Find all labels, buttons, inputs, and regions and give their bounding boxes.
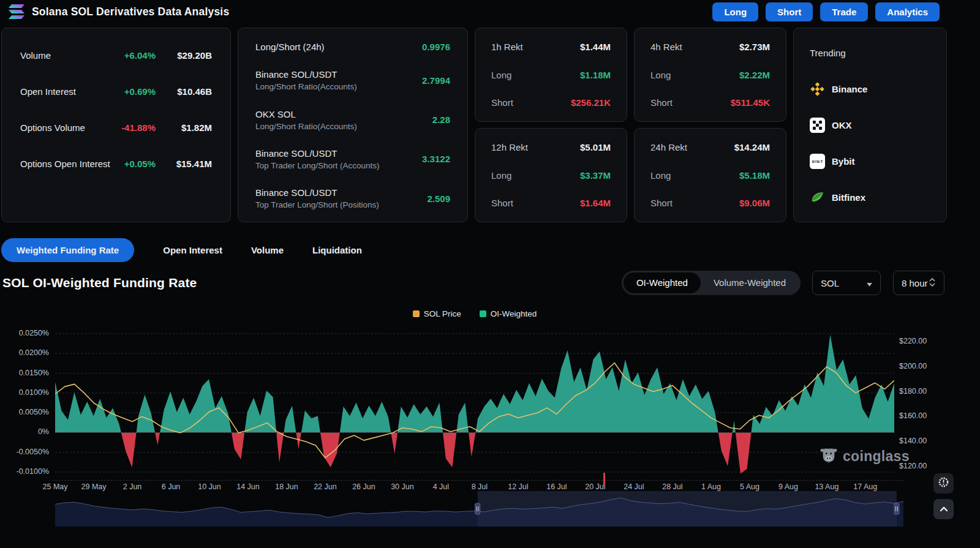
funding-rate-chart: 0.0250%0.0200%0.0150%0.0100%0.0050%0%-0.… [0, 325, 980, 495]
rekt-card-24h: 24h Rekt$14.24M Long$5.18M Short$9.06M [634, 128, 786, 222]
symbol-select[interactable]: SOL [812, 271, 881, 295]
rekt-card-4h: 4h Rekt$2.73M Long$2.22M Short$511.45K [634, 28, 786, 122]
rekt-card-12h: 12h Rekt$5.01M Long$3.37M Short$1.64M [475, 128, 627, 222]
rekt-long-value: $2.22M [739, 70, 770, 80]
ratio-title: Binance SOL/USDT [255, 148, 422, 159]
rekt-short-value: $1.64M [580, 198, 611, 208]
x-tick-label: 18 Jun [268, 482, 306, 491]
tab-volume[interactable]: Volume [251, 245, 284, 255]
y-tick-label: 0.0150% [0, 369, 49, 377]
long-button[interactable]: Long [712, 2, 758, 21]
rekt-total: $5.01M [580, 142, 611, 152]
x-axis-line [52, 480, 903, 481]
rekt-short-value: $256.21K [571, 97, 611, 108]
rekt-long-value: $5.18M [739, 170, 770, 181]
rekt-period: 24h Rekt [650, 142, 734, 152]
trending-item-binance[interactable]: Binance [810, 81, 930, 97]
trade-button[interactable]: Trade [820, 2, 868, 21]
navigator-handle[interactable] [894, 503, 899, 514]
ratio-value: 0.9976 [422, 42, 450, 52]
rekt-short-value: $511.45K [731, 97, 770, 108]
ratio-title: Long/Short (24h) [255, 42, 422, 52]
liquidation-rekt-grid: 1h Rekt$1.44M Long$1.18M Short$256.21K 4… [475, 28, 786, 222]
x-tick-label: 14 Jun [229, 482, 267, 491]
symbol-select-value: SOL [821, 278, 839, 288]
legend-oi-weighted[interactable]: OI-Weighted [480, 309, 537, 318]
ratio-title: Binance SOL/USDT [255, 69, 422, 80]
x-tick-label: 12 Jul [499, 482, 537, 491]
stat-change: +6.04% [111, 50, 156, 61]
interval-select[interactable]: 8 hour [893, 271, 944, 295]
ratio-subtitle: Long/Short Ratio(Accounts) [255, 122, 432, 131]
trending-item-bybit[interactable]: BYBIT Bybit [810, 153, 930, 169]
settings-button[interactable] [933, 473, 954, 494]
long-short-ratio-card: Long/Short (24h) 0.9976 Binance SOL/USDT… [238, 28, 468, 222]
y-axis-left: 0.0250%0.0200%0.0150%0.0100%0.0050%0%-0.… [0, 328, 49, 475]
legend-sol-price[interactable]: SOL Price [413, 309, 461, 318]
summary-cards: Volume +6.04% $29.20B Open Interest +0.6… [1, 28, 947, 222]
x-tick-label: 22 Jun [306, 482, 344, 491]
stat-label: Open Interest [20, 86, 111, 97]
stat-row: Options Open Interest +0.05% $15.41M [20, 155, 212, 172]
chart-title: SOL OI-Weighted Funding Rate [2, 276, 197, 290]
short-button[interactable]: Short [766, 2, 813, 21]
svg-text:BYBIT: BYBIT [812, 160, 823, 163]
rekt-period: 1h Rekt [491, 42, 580, 52]
x-tick-label: 13 Aug [808, 482, 846, 491]
x-tick-label: 26 Jun [345, 482, 383, 491]
trending-item-okx[interactable]: OKX [810, 117, 930, 133]
toggle-oi-weighted[interactable]: OI-Weighted [624, 272, 701, 293]
tab-open-interest[interactable]: Open Interest [163, 245, 222, 255]
ratio-title: OKX SOL [255, 109, 432, 119]
trending-item-bitfinex[interactable]: Bitfinex [810, 189, 930, 205]
volume-stats-card: Volume +6.04% $29.20B Open Interest +0.6… [1, 28, 231, 222]
trending-title: Trending [810, 48, 930, 60]
rekt-long-label: Long [650, 170, 739, 181]
rekt-long-value: $1.18M [580, 70, 611, 80]
legend-label: OI-Weighted [491, 309, 537, 318]
rekt-total: $2.73M [739, 42, 770, 52]
y-tick-label: 0.0200% [0, 348, 49, 357]
rekt-total: $14.24M [734, 142, 770, 152]
toggle-volume-weighted[interactable]: Volume-Weighted [701, 272, 799, 293]
x-tick-label: 10 Jun [190, 482, 228, 491]
chart-legend: SOL Price OI-Weighted [55, 309, 894, 318]
ratio-row: Binance SOL/USDT Top Trader Long/Short (… [255, 148, 450, 170]
rekt-long-label: Long [491, 170, 580, 181]
ratio-subtitle: Long/Short Ratio(Accounts) [255, 82, 422, 91]
stat-label: Options Open Interest [20, 159, 111, 169]
coinglass-logo-icon [820, 446, 838, 467]
rekt-short-label: Short [491, 97, 571, 108]
ratio-value: 2.509 [427, 193, 450, 204]
scroll-to-top-button[interactable] [933, 499, 954, 519]
coinglass-watermark: coinglass [820, 446, 910, 467]
stat-value: $29.20B [156, 50, 212, 61]
rekt-total: $1.44M [580, 42, 611, 52]
watermark-text: coinglass [843, 448, 910, 465]
navigator-handle[interactable] [475, 503, 480, 514]
okx-icon [810, 118, 825, 133]
y-tick-label: $200.00 [899, 362, 927, 370]
gear-alert-icon [938, 476, 949, 490]
chart-range-navigator[interactable] [55, 491, 903, 527]
y-tick-label: $180.00 [899, 387, 927, 396]
stat-label: Options Volume [20, 122, 111, 133]
x-tick-label: 16 Jul [538, 482, 576, 491]
trending-name: Bitfinex [832, 192, 865, 203]
rekt-short-value: $9.06M [739, 198, 770, 208]
x-tick-label: 29 May [75, 482, 113, 491]
chevron-down-icon [867, 278, 872, 288]
chart-header: SOL OI-Weighted Funding Rate OI-Weighted… [2, 269, 944, 296]
tab-weighted-funding-rate[interactable]: Weighted Funding Rate [1, 238, 134, 262]
x-tick-label: 4 Jul [422, 482, 460, 491]
x-tick-label: 20 Jul [576, 482, 614, 491]
y-tick-label: $140.00 [899, 437, 927, 445]
stat-change: +0.05% [111, 159, 156, 169]
x-tick-label: 28 Jul [654, 482, 692, 491]
analytics-button[interactable]: Analytics [875, 2, 940, 21]
x-tick-label: 9 Aug [769, 482, 807, 491]
x-tick-label: 8 Jul [461, 482, 499, 491]
rekt-long-label: Long [491, 70, 580, 80]
ratio-value: 2.28 [432, 114, 450, 125]
tab-liquidation[interactable]: Liquidation [312, 245, 362, 255]
